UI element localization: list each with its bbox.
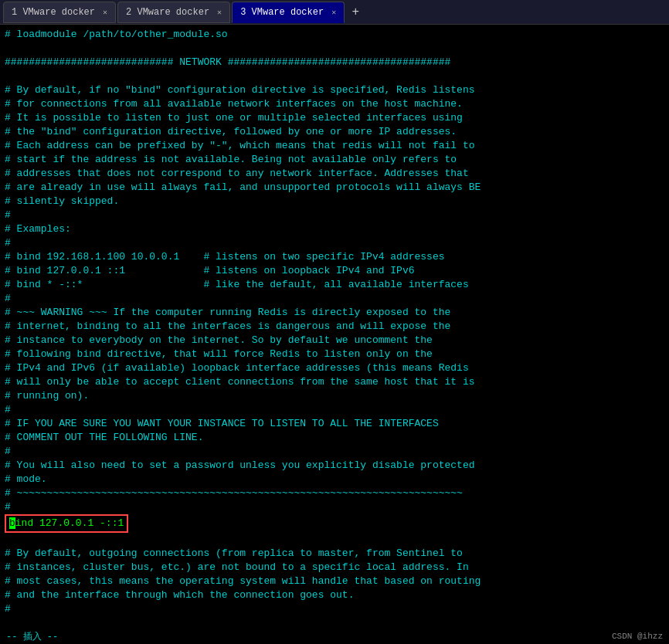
tab-1-close[interactable]: ✕ [103,8,107,17]
cursor: b [9,517,15,529]
terminal-line: # addresses that does not correspond to … [5,167,664,181]
tab-2[interactable]: 2 VMware docker ✕ [117,2,230,23]
terminal-line: # following bind directive, that will fo… [5,347,664,361]
terminal-line-after: # and the interface through which the co… [5,588,664,602]
terminal-line: # ~~~~~~~~~~~~~~~~~~~~~~~~~~~~~~~~~~~~~~… [5,486,664,500]
tab-3[interactable]: 3 VMware docker ✕ [232,2,345,23]
terminal-line: # [5,292,664,306]
terminal-line: # bind 192.168.1.100 10.0.0.1 # listens … [5,250,664,264]
terminal-line: # Each address can be prefixed by "-", w… [5,139,664,153]
terminal-line-after: # [5,602,664,616]
terminal-line: # loadmodule /path/to/other_module.so [5,28,664,42]
tab-1[interactable]: 1 VMware docker ✕ [3,2,116,23]
terminal-line: # ~~~ WARNING ~~~ If the computer runnin… [5,306,664,320]
terminal-line: # [5,403,664,417]
terminal-line: # bind 127.0.0.1 ::1 # listens on loopba… [5,264,664,278]
terminal-line: # the "bind" configuration directive, fo… [5,125,664,139]
terminal-line: # IF YOU ARE SURE YOU WANT YOUR INSTANCE… [5,417,664,431]
terminal: # loadmodule /path/to/other_module.so ##… [0,25,669,644]
terminal-line-after [5,533,664,547]
tab-2-label: 2 VMware docker [126,7,209,18]
terminal-line: # [5,208,664,222]
terminal-line-after: # instances, cluster bus, etc.) are not … [5,561,664,575]
tab-add-button[interactable]: + [346,3,365,22]
terminal-line: # Examples: [5,222,664,236]
terminal-line [5,42,664,56]
terminal-line: # IPv4 and IPv6 (if available) loopback … [5,361,664,375]
terminal-line: # running on). [5,389,664,403]
terminal-line: # [5,236,664,250]
terminal-line: # [5,445,664,459]
terminal-line: # By default, if no "bind" configuration… [5,83,664,97]
terminal-line: # mode. [5,473,664,486]
terminal-line: # for connections from all available net… [5,97,664,111]
terminal-line: # bind * -::* # like the default, all av… [5,278,664,292]
terminal-line: # COMMENT OUT THE FOLLOWING LINE. [5,431,664,445]
terminal-line: # internet, binding to all the interface… [5,320,664,334]
tab-1-label: 1 VMware docker [12,7,95,18]
terminal-line: # will only be able to accept client con… [5,375,664,389]
terminal-line: ############################ NETWORK ###… [5,56,664,69]
terminal-line: # instance to everybody on the internet.… [5,334,664,347]
terminal-line: # are already in use will always fail, a… [5,181,664,195]
status-bar: -- 插入 -- CSDN @ihzz [0,629,669,644]
tab-2-close[interactable]: ✕ [217,8,222,17]
watermark: CSDN @ihzz [612,632,663,641]
terminal-line: # It is possible to listen to just one o… [5,111,664,125]
terminal-line-after: # most cases, this means the operating s… [5,575,664,588]
bind-command-line[interactable]: bind 127.0.0.1 -::1 [5,514,664,533]
tab-3-close[interactable]: ✕ [331,8,336,17]
tab-3-label: 3 VMware docker [240,7,324,18]
bind-line-highlighted: bind 127.0.0.1 -::1 [5,514,128,533]
terminal-line: # start if the address is not available.… [5,153,664,167]
terminal-line [5,69,664,83]
terminal-line-after: # By default, outgoing connections (from… [5,547,664,561]
tab-bar: 1 VMware docker ✕ 2 VMware docker ✕ 3 VM… [0,0,669,25]
insert-mode-label: -- 插入 -- [6,630,58,643]
terminal-line: # [5,500,664,514]
terminal-line: # You will also need to set a password u… [5,459,664,473]
terminal-line: # silently skipped. [5,195,664,208]
